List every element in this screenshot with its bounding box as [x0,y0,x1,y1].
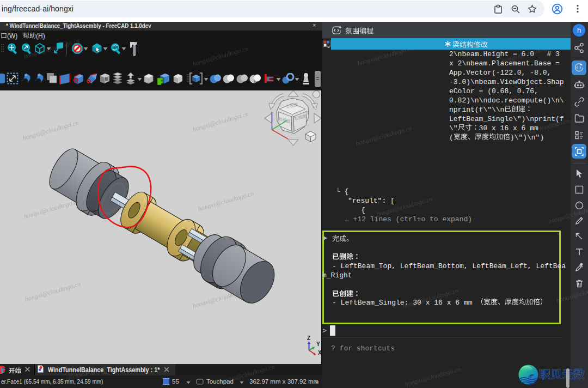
svg-text:Z: Z [307,335,310,341]
svg-text:X: X [318,350,322,356]
svg-text:Y: Y [316,341,320,347]
